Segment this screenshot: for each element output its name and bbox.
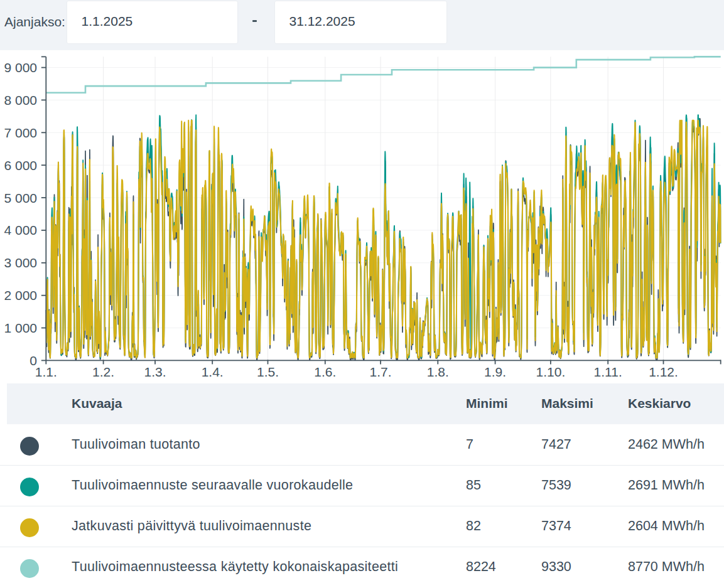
svg-text:3 000: 3 000 [4, 255, 37, 270]
svg-text:1.10.: 1.10. [536, 365, 566, 379]
svg-text:1.6.: 1.6. [314, 365, 336, 379]
svg-text:1.2.: 1.2. [92, 365, 114, 379]
svg-text:4 000: 4 000 [4, 223, 37, 237]
svg-text:7 000: 7 000 [4, 126, 37, 140]
svg-text:1 000: 1 000 [4, 321, 37, 335]
svg-text:1.1.: 1.1. [35, 365, 57, 379]
svg-text:9 000: 9 000 [4, 60, 37, 75]
svg-text:1.4.: 1.4. [202, 365, 224, 379]
svg-text:1.5.: 1.5. [257, 365, 279, 379]
svg-text:1.7.: 1.7. [370, 365, 392, 379]
svg-text:1.9.: 1.9. [484, 365, 506, 379]
svg-text:1.12.: 1.12. [649, 365, 678, 379]
svg-text:6 000: 6 000 [4, 158, 37, 173]
svg-text:1.8.: 1.8. [427, 365, 449, 379]
svg-text:1.3.: 1.3. [144, 365, 166, 379]
svg-text:1.11.: 1.11. [594, 365, 622, 379]
svg-text:5 000: 5 000 [4, 191, 37, 205]
svg-text:2 000: 2 000 [4, 288, 37, 302]
svg-text:8 000: 8 000 [4, 93, 37, 107]
